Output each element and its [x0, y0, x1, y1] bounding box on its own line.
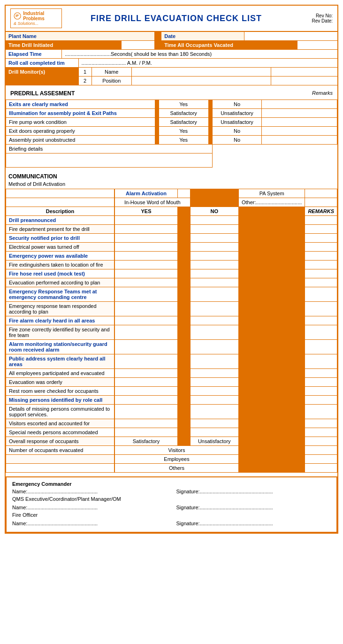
activation-row-2: In-House Word of Mouth Other:...........… [6, 198, 337, 207]
comm-data-row: Details of missing persons communicated … [6, 405, 337, 419]
predrill-table: Exits are clearly marked Yes No Illumina… [6, 100, 337, 168]
predrill-remarks-label: Remarks [298, 88, 335, 99]
comm-data-row: Employees [6, 455, 337, 464]
time-all-label: Time All Occupants Vacated [164, 42, 233, 48]
rev-area: Rev No: Rev Date: [290, 13, 333, 23]
drill-monitors-label: Drill Monitor(s) [8, 69, 45, 75]
comm-table-header: Description YES NO REMARKS [6, 207, 337, 216]
form-info-section: Plant Name Date Time Drill Initiated am/… [6, 32, 337, 85]
comm-data-row: Emergency power was available [6, 252, 337, 261]
monitor2-pos-label: Position [102, 78, 121, 84]
comm-subtitle: Method of Drill Activation [6, 181, 337, 189]
sig-row-1: Name:...................................… [12, 489, 331, 494]
time-row: Time Drill Initiated am/pm Time All Occu… [6, 41, 337, 50]
sig-row-2: Name:...................................… [12, 505, 331, 510]
monitor2-num: 2 [84, 78, 86, 84]
comm-data-row: Emergency response team responded accord… [6, 302, 337, 316]
communication-section: COMMUNICATION Method of Drill Activation… [6, 169, 337, 473]
page-title: FIRE DRILL EVACUATION CHECK LIST [62, 14, 290, 23]
emergency-title: Emergency Commander [12, 481, 331, 487]
comm-data-row: All employees participated and evacuated [6, 369, 337, 378]
predrill-title: PREDRILL ASSESMENT [8, 88, 298, 99]
predrill-header-row: PREDRILL ASSESMENT Remarks [6, 87, 337, 100]
plant-name-row: Plant Name Date [6, 32, 337, 41]
comm-data-row: Drill preannounced [6, 216, 337, 225]
elapsed-value: ................................Seconds(… [65, 51, 212, 57]
sig-field-2: Signature:..............................… [176, 505, 331, 510]
comm-data-row: Fire extinguishers taken to location of … [6, 261, 337, 269]
drill-monitor-2-row: 2 Position [6, 77, 337, 85]
roll-call-label: Roll call completed tim [8, 60, 65, 66]
logo-text-main: Industrial Problems [23, 11, 59, 21]
comm-data-row: Evacuation was orderly [6, 378, 337, 387]
time-drill-label: Time Drill Initiated [8, 42, 53, 48]
comm-data-row: Fire zone correctly identified by securi… [6, 325, 337, 340]
comm-data-row: Visitors escorted and accounted for [6, 419, 337, 428]
roll-call-value: ............................... A.M. / P… [82, 60, 152, 66]
comm-data-row: Electrical power was turned off [6, 243, 337, 252]
comm-data-row: Number of occupants evacuated Visitors [6, 446, 337, 455]
predrill-row: Fire pump work condition Satisfactory Un… [6, 118, 337, 127]
name-field-2: Name:...................................… [12, 505, 167, 510]
comm-data-row: Security notified prior to drill [6, 234, 337, 243]
predrill-row: Exits are clearly marked Yes No [6, 100, 337, 109]
monitor1-num: 1 [84, 69, 86, 75]
logo-text-sub: & Solutions... [14, 21, 38, 26]
fire-title: Fire Officer [12, 512, 331, 518]
footer-section: Emergency Commander Name:...............… [6, 476, 337, 533]
elapsed-label: Elapsed Time [8, 51, 42, 57]
date-label: Date [164, 33, 175, 39]
comm-data-row: Missing persons identified by role call [6, 396, 337, 405]
ampm1: am/pm [124, 42, 140, 48]
comm-data-row: Others [6, 464, 337, 473]
comm-data-row: Special needs persons accommodated [6, 428, 337, 437]
drill-monitor-1-row: Drill Monitor(s) 1 Name [6, 68, 337, 77]
predrill-row: Illumination for assembly point & Exit P… [6, 109, 337, 118]
comm-data-row: Fire hose reel used (mock test) [6, 269, 337, 278]
predrill-row: Assembly point unobstructed Yes No [6, 136, 337, 145]
comm-data-row: Overall response of occupants Satisfacto… [6, 437, 337, 446]
predrill-row: Briefing details [6, 145, 337, 153]
sig-field-3: Signature:..............................… [176, 521, 331, 526]
predrill-briefing-area [6, 153, 337, 168]
sig-field-1: Signature:..............................… [176, 489, 331, 494]
comm-title: COMMUNICATION [6, 172, 337, 181]
activation-row-1: Alarm Activation PA System [6, 189, 337, 198]
predrill-row: Exit doors operating properly Yes No [6, 127, 337, 136]
comm-data-row: Emergency Response Teams met at emergenc… [6, 287, 337, 302]
predrill-section: PREDRILL ASSESMENT Remarks Exits are cle… [6, 85, 337, 169]
rev-no: Rev No: [290, 13, 333, 18]
qms-title: QMS Executive/Coordinator/Plant Manager/… [12, 496, 331, 502]
logo-area: IP Industrial Problems & Solutions... [10, 8, 62, 28]
header: IP Industrial Problems & Solutions... FI… [6, 6, 337, 32]
sig-row-3: Name:...................................… [12, 521, 331, 526]
ampm2: am/pm [300, 42, 316, 48]
logo-icon: IP [14, 11, 21, 21]
comm-data-row: Evacuation performed according to plan [6, 278, 337, 287]
elapsed-row: Elapsed Time ...........................… [6, 50, 337, 59]
comm-data-row: Fire alarm clearly heard in all areas [6, 316, 337, 325]
comm-data-row: Fire department present for the drill [6, 225, 337, 234]
comm-data-row: Rest room were checked for occupants [6, 387, 337, 396]
name-field-3: Name:...................................… [12, 521, 167, 526]
monitor1-name-label: Name [105, 69, 118, 75]
comm-data-row: Alarm monitoring station/security guard … [6, 340, 337, 354]
roll-call-row: Roll call completed tim ................… [6, 59, 337, 68]
name-field-1: Name:...................................… [12, 489, 167, 494]
comm-table: Alarm Activation PA System In-House Word… [6, 189, 337, 473]
rev-date: Rev Date: [290, 18, 333, 23]
comm-data-row: Public address system clearly heard all … [6, 354, 337, 369]
plant-name-label: Plant Name [8, 33, 37, 39]
svg-text:IP: IP [15, 14, 19, 17]
